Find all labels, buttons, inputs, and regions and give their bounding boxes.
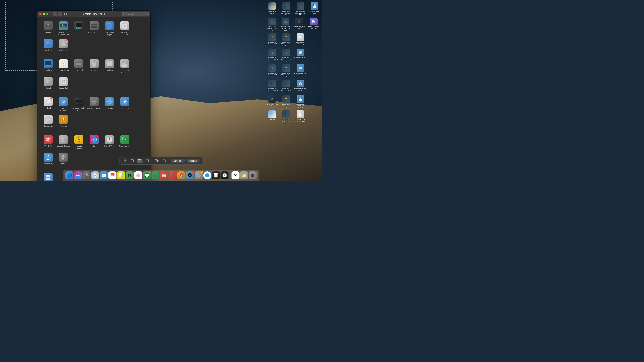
dock-item-safari[interactable]: 🧭 — [91, 171, 99, 179]
capture-window-button[interactable] — [130, 159, 135, 163]
pref-item-timemachine[interactable]: Time Machine — [117, 133, 132, 151]
list-item[interactable]: 📁 Restore-HDD test folder — [294, 63, 307, 78]
list-item[interactable]: 📄 tearsofsteel_4k 2018-08-...9-53.txt — [294, 110, 307, 125]
list-item[interactable]: 📁 CINEBENCH_R15 — [294, 48, 307, 63]
list-item[interactable]: 📸 Screen Shot 2017-11-...9.44 PM — [294, 1, 307, 17]
pref-item-notifications[interactable]: Notifications — [56, 37, 71, 53]
dock-item-notes[interactable]: 📝 — [117, 171, 125, 179]
list-item[interactable]: Ps Adobe Photoshop CC Test — [306, 17, 321, 32]
pref-item-profiles[interactable]: Profiles — [56, 151, 71, 167]
dock-item-mail[interactable]: ✉️ — [100, 171, 108, 179]
list-item[interactable]: 📄 HandBrake-1.1.1.dmg — [294, 32, 307, 48]
list-item[interactable]: 📸 Screen Shot 2017-11-...2.50 PM — [280, 94, 293, 110]
dock-item-books[interactable]: 📚 — [178, 171, 186, 179]
maximize-button[interactable]: + — [46, 13, 48, 15]
pref-item-bluetooth[interactable]: Bluetooth — [117, 96, 132, 113]
dock-item-launchpad[interactable]: 🚀 — [82, 171, 91, 179]
options-button[interactable]: Options ▾ — [171, 159, 184, 163]
dock-item-photos[interactable]: 🌸 — [134, 171, 142, 179]
dock-item-siri[interactable] — [74, 171, 82, 179]
dock-item-finder[interactable]: 🔵 — [65, 171, 74, 179]
startup-icon — [59, 77, 68, 86]
capture-video-selection-button[interactable] — [162, 159, 167, 163]
list-item[interactable]: 📸 Screen Shot 2017-11-...0.21 PM — [279, 17, 292, 32]
dock-item-appstore[interactable]: 🅐 2 — [186, 171, 194, 179]
list-item[interactable]: 📸 Screen Shot 2017-11-...3.02 PM — [280, 110, 293, 125]
list-item[interactable]: 🏠 Restore-HDD test folder — [294, 79, 307, 94]
dock-item-calendar[interactable]: 📅 — [108, 171, 116, 179]
pref-item-internet[interactable]: @ Internet Accounts — [56, 96, 71, 113]
pref-item-spotlight[interactable]: Spotlight — [40, 37, 56, 53]
dock-item-trash[interactable]: 🗑 — [249, 171, 257, 179]
list-item[interactable]: 📸 Screen Shot 2017-11-...6.52 PM — [280, 63, 293, 78]
dock-item-clock[interactable]: 🕐 — [220, 171, 229, 179]
pref-item-mission[interactable]: Mission Control — [86, 20, 102, 37]
search-input[interactable] — [126, 13, 147, 15]
svg-rect-153 — [46, 178, 48, 180]
pref-item-security[interactable]: Security & Privacy — [117, 20, 132, 37]
list-item[interactable]: 📸 Screen Shot 2017-11-...2.52 PM — [280, 48, 293, 63]
list-item[interactable]: 🎬 tearsofsteel_4k.mov — [265, 94, 279, 110]
pref-item-network[interactable]: Network — [102, 96, 117, 113]
grid-view-button[interactable] — [64, 13, 67, 15]
pref-item-dock[interactable]: Dock — [71, 20, 86, 37]
pref-item-sharing[interactable]: Sharing — [56, 113, 71, 129]
list-item[interactable]: 🎬 tearsofsteel_4k.m 4v — [293, 17, 306, 32]
capture-screen-button[interactable] — [137, 159, 142, 163]
list-item[interactable]: 💾 Seagate My Passpor...e backup — [294, 94, 307, 110]
pref-item-sound[interactable]: Sound — [40, 75, 56, 91]
pref-item-trackpad[interactable]: Trackpad — [102, 58, 117, 75]
forward-button[interactable]: › — [58, 12, 62, 16]
pref-item-startup[interactable]: Startup Disk — [56, 75, 71, 91]
pref-item-touchid[interactable]: Touch ID — [40, 133, 56, 151]
pref-label-software: Software Update — [88, 107, 101, 109]
pref-item-keyboard[interactable]: Keyboard — [71, 58, 86, 75]
pref-item-siri[interactable]: Siri — [86, 133, 102, 151]
dock-item-facetime[interactable]: 📹 — [152, 171, 160, 179]
pref-item-parental[interactable]: Parental Controls — [71, 133, 86, 151]
list-item[interactable]: 📸 Screen Shot 2017-11-...0.08 PM — [280, 79, 293, 94]
pref-item-ntfs[interactable]: NTFS for Mac — [40, 171, 56, 181]
pref-item-language[interactable]: Language & Region — [102, 20, 117, 37]
list-item[interactable]: 📸 Screen Shot 2018-08...8.17 PM — [265, 17, 278, 32]
pref-item-accessibility[interactable]: Accessibility — [40, 151, 56, 167]
list-item[interactable]: 📸 Screen Shot 2018-12...6.36 AM — [265, 79, 279, 94]
list-item[interactable]: ⚡ Speedtest by Ookla — [265, 1, 279, 17]
pref-item-users[interactable]: Users & Groups — [56, 133, 71, 151]
list-item[interactable]: 📸 Screen Shot 2018-08...8.57 PM — [265, 32, 279, 48]
dock-item-messages[interactable]: 💬 4 — [143, 171, 151, 179]
pref-item-desktop[interactable]: Desktop & Screen Saver — [56, 20, 71, 37]
pref-item-energy[interactable]: Energy Saver — [56, 58, 71, 75]
list-item[interactable]: 📸 Screen Shot 2018-12...4.36 AM — [265, 63, 279, 78]
list-item[interactable]: M M4gazine — [265, 110, 279, 125]
capture-video-screen-button[interactable] — [154, 159, 160, 163]
dock-item-istat[interactable]: 📊 — [212, 171, 220, 179]
list-item[interactable]: 📸 Screen Shot 2017-11-...8.28 PM — [280, 1, 293, 17]
pref-item-displays[interactable]: Displays — [40, 58, 56, 75]
dock-item-preview[interactable]: 👁 — [232, 171, 240, 179]
pref-item-printers[interactable]: Printers & Scanners — [117, 58, 132, 75]
pref-item-software[interactable]: Software Update — [86, 96, 102, 113]
close-button[interactable]: ✕ — [39, 13, 42, 15]
dock-item-music[interactable]: 🎵 — [169, 171, 177, 179]
minimize-button[interactable]: − — [43, 13, 45, 15]
dock-item-chrome[interactable]: 🌐 — [203, 171, 212, 179]
pref-item-general[interactable]: General — [40, 20, 56, 37]
back-button[interactable]: ‹ — [53, 12, 57, 16]
capture-button[interactable]: Capture — [186, 159, 199, 163]
dock-item-folder[interactable]: 📁 — [240, 171, 248, 179]
pref-item-datetime[interactable]: 18 Date & Time — [102, 133, 117, 151]
dock-item-news[interactable]: 📰 — [160, 171, 168, 179]
pref-item-wallet[interactable]: Wallet & Apple Pay — [71, 96, 86, 113]
pref-item-icloud[interactable]: iCloud — [40, 96, 56, 113]
cancel-capture-button[interactable] — [122, 159, 128, 163]
list-item[interactable]: 📸 Screen Shot 2017-11-...1.32 PM — [280, 32, 293, 48]
pref-item-mouse[interactable]: Mouse — [86, 58, 102, 75]
dock-item-maps[interactable]: 🗺 — [126, 171, 134, 179]
search-box[interactable] — [122, 12, 148, 16]
list-item[interactable]: 💾 SamsungPortable SSD — [308, 1, 321, 17]
capture-selection-button[interactable] — [144, 159, 150, 163]
list-item[interactable]: 📸 Screen Shot 2018-12...3.46 AM — [265, 48, 279, 63]
dock-item-sysprefs[interactable]: ⚙️ 1 — [195, 171, 203, 179]
pref-item-extensions[interactable]: Extensions — [40, 113, 56, 129]
